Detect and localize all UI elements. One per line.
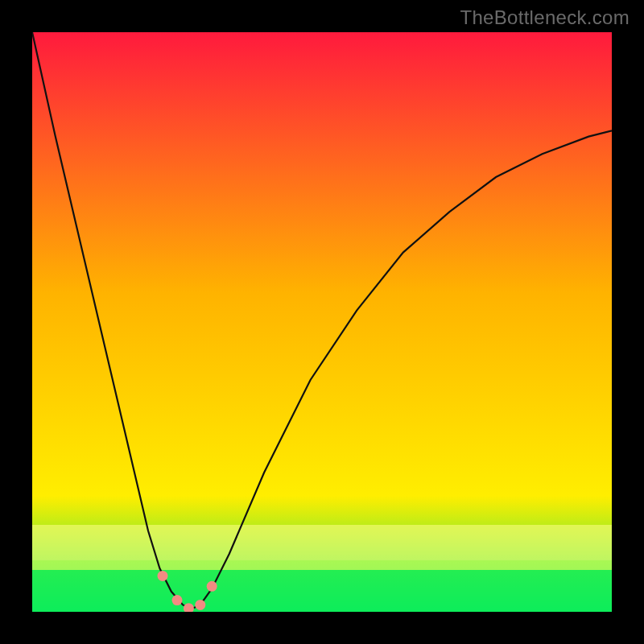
chart-overlay [32,32,612,612]
chart-marker [158,571,168,581]
highlight-band-light-green [32,560,612,570]
chart-curve [32,32,612,609]
highlight-band-yellow [32,525,612,560]
chart-marker [207,581,217,592]
chart-highlight-band [32,525,612,612]
watermark-label: TheBottleneck.com [460,6,630,29]
chart-marker [195,600,205,610]
chart-plot [32,32,612,612]
chart-marker [172,595,183,605]
highlight-band-saturated-green [32,570,612,612]
